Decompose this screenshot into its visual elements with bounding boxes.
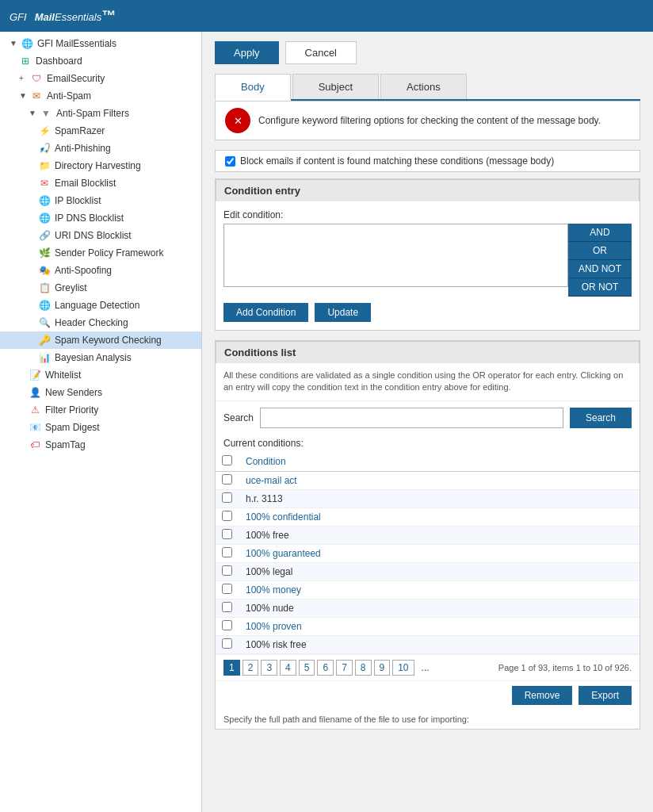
page-number-7[interactable]: 7 (336, 660, 353, 676)
main-content: Apply Cancel Body Subject Actions ✕ Conf… (202, 32, 653, 812)
row-checkbox[interactable] (222, 529, 232, 539)
search-button[interactable]: Search (570, 408, 632, 428)
update-button[interactable]: Update (315, 303, 371, 322)
condition-textarea[interactable] (223, 224, 568, 287)
apply-button[interactable]: Apply (215, 41, 279, 64)
page-number-3[interactable]: 3 (261, 660, 277, 676)
sidebar-item-spamtag[interactable]: 🏷 SpamTag (0, 436, 201, 454)
sidebar-item-langdetection[interactable]: 🌐 Language Detection (0, 297, 201, 314)
export-button[interactable]: Export (579, 686, 632, 705)
row-checkbox[interactable] (222, 584, 232, 594)
and-not-button[interactable]: AND NOT (568, 260, 632, 278)
row-checkbox-cell (216, 508, 239, 526)
table-row[interactable]: 100% risk free (216, 635, 640, 653)
sidebar-item-label-whitelist: Whitelist (45, 370, 81, 381)
row-checkbox[interactable] (222, 492, 232, 503)
info-text: Configure keyword filtering options for … (258, 115, 601, 126)
add-condition-button[interactable]: Add Condition (223, 303, 308, 322)
row-checkbox-cell (216, 544, 239, 562)
newsenders-icon: 👤 (29, 386, 41, 399)
sidebar-item-label-dashboard: Dashboard (36, 56, 82, 67)
sidebar-item-antispam[interactable]: ▼ ✉ Anti-Spam (0, 87, 201, 105)
block-emails-checkbox[interactable] (225, 156, 235, 167)
sidebar-item-bayesian[interactable]: 📊 Bayesian Analysis (0, 349, 201, 366)
sidebar-item-label-antispamfilters: Anti-Spam Filters (56, 108, 129, 119)
tab-subject[interactable]: Subject (292, 74, 379, 99)
logo-mail: Mail (35, 11, 55, 23)
filterpriority-icon: ⚠ (29, 404, 41, 416)
shield-icon: 🛡 (30, 72, 43, 85)
select-all-checkbox[interactable] (222, 455, 232, 465)
sidebar-item-ipdnsblocklist[interactable]: 🌐 IP DNS Blocklist (0, 209, 201, 227)
row-checkbox-cell (216, 599, 239, 617)
row-checkbox[interactable] (222, 547, 232, 557)
sidebar-item-spf[interactable]: 🌿 Sender Policy Framework (0, 244, 201, 262)
row-checkbox[interactable] (222, 620, 232, 630)
sidebar-item-dashboard[interactable]: ⊞ Dashboard (0, 52, 201, 70)
row-condition-value: 100% free (239, 526, 640, 544)
page-number-9[interactable]: 9 (374, 660, 391, 676)
remove-button[interactable]: Remove (512, 686, 573, 705)
sidebar-item-greylist[interactable]: 📋 Greylist (0, 279, 201, 297)
sidebar-item-label-spamdigest: Spam Digest (45, 422, 100, 433)
app-header: GFI MailEssentials™ (0, 0, 653, 32)
sidebar-item-directoryharvesting[interactable]: 📁 Directory Harvesting (0, 157, 201, 174)
table-row[interactable]: 100% nude (216, 599, 640, 617)
sidebar-item-ipblocklist[interactable]: 🌐 IP Blocklist (0, 192, 201, 209)
sidebar-item-label-dh: Directory Harvesting (55, 160, 141, 171)
tab-body[interactable]: Body (215, 74, 291, 101)
sidebar-item-antispamfilters[interactable]: ▼ ▼ Anti-Spam Filters (0, 105, 201, 122)
table-row[interactable]: 100% money (216, 580, 640, 599)
row-checkbox[interactable] (222, 511, 232, 521)
and-button[interactable]: AND (568, 224, 632, 242)
row-checkbox-cell (216, 471, 239, 489)
cancel-button[interactable]: Cancel (285, 41, 357, 64)
sidebar-item-antispoofing[interactable]: 🎭 Anti-Spoofing (0, 262, 201, 279)
row-checkbox[interactable] (222, 638, 232, 649)
table-row[interactable]: 100% proven (216, 617, 640, 635)
sidebar-item-whitelist[interactable]: 📝 Whitelist (0, 366, 201, 384)
page-number-8[interactable]: 8 (355, 660, 372, 676)
sidebar-item-emailblocklist[interactable]: ✉ Email Blocklist (0, 174, 201, 192)
sidebar-item-label-spf: Sender Policy Framework (55, 247, 163, 259)
table-row[interactable]: 100% legal (216, 562, 640, 580)
page-number-5[interactable]: 5 (299, 660, 315, 676)
col-condition-header: Condition (239, 452, 640, 472)
search-input[interactable] (260, 408, 563, 428)
page-number-4[interactable]: 4 (280, 660, 296, 676)
table-row[interactable]: 100% confidential (216, 508, 640, 526)
sidebar-item-label-greylist: Greylist (55, 282, 87, 293)
page-number-1[interactable]: 1 (223, 660, 240, 676)
page-numbers: 12345678910... (223, 660, 434, 676)
sidebar-item-newsenders[interactable]: 👤 New Senders (0, 384, 201, 401)
sidebar-item-label-langdet: Language Detection (55, 300, 139, 311)
sidebar-item-uridnsblocklist[interactable]: 🔗 URI DNS Blocklist (0, 227, 201, 244)
eb-icon: ✉ (38, 177, 51, 190)
or-not-button[interactable]: OR NOT (568, 278, 632, 297)
sidebar-item-filterpriority[interactable]: ⚠ Filter Priority (0, 401, 201, 419)
row-checkbox[interactable] (222, 602, 232, 612)
table-row[interactable]: 100% free (216, 526, 640, 544)
dashboard-icon: ⊞ (19, 55, 32, 67)
sidebar-item-label-root: GFI MailEssentials (37, 38, 116, 49)
sidebar-item-spamrazer[interactable]: ⚡ SpamRazer (0, 122, 201, 140)
table-row[interactable]: uce-mail act (216, 471, 640, 489)
sidebar-item-spamdigest[interactable]: 📧 Spam Digest (0, 419, 201, 436)
condition-entry-section: Condition entry Edit condition: AND OR A… (215, 178, 640, 331)
table-row[interactable]: h.r. 3113 (216, 489, 640, 508)
page-number-2[interactable]: 2 (242, 660, 259, 676)
row-checkbox[interactable] (222, 474, 232, 485)
condition-operator-buttons: AND OR AND NOT OR NOT (568, 224, 632, 297)
sidebar-item-spamkeyword[interactable]: 🔑 Spam Keyword Checking (0, 331, 201, 349)
tab-actions[interactable]: Actions (380, 74, 467, 99)
row-checkbox[interactable] (222, 565, 232, 576)
sidebar-item-root[interactable]: ▼ 🌐 GFI MailEssentials (0, 35, 201, 52)
expand-icon-asf: ▼ (29, 109, 38, 118)
sidebar-item-headerchecking[interactable]: 🔍 Header Checking (0, 314, 201, 331)
page-number-10[interactable]: 10 (392, 660, 414, 676)
sidebar-item-antiphishing[interactable]: 🎣 Anti-Phishing (0, 140, 201, 157)
or-button[interactable]: OR (568, 242, 632, 260)
sidebar-item-emailsecurity[interactable]: + 🛡 EmailSecurity (0, 70, 201, 87)
page-number-6[interactable]: 6 (317, 660, 334, 676)
table-row[interactable]: 100% guaranteed (216, 544, 640, 562)
